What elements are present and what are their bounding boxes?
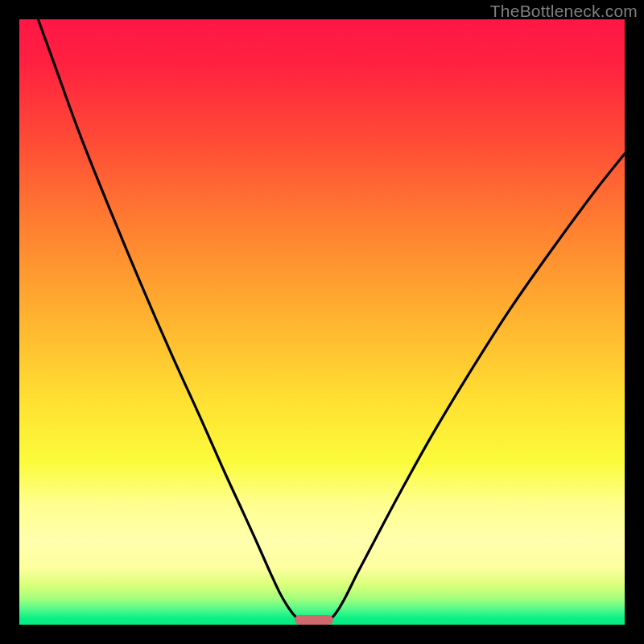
chart-frame: TheBottleneck.com — [0, 0, 644, 644]
bottleneck-marker — [295, 615, 333, 625]
watermark-text: TheBottleneck.com — [490, 2, 638, 21]
right-curve — [331, 154, 625, 619]
curves-layer — [19, 19, 625, 625]
plot-area — [19, 19, 625, 625]
left-curve — [38, 19, 298, 618]
